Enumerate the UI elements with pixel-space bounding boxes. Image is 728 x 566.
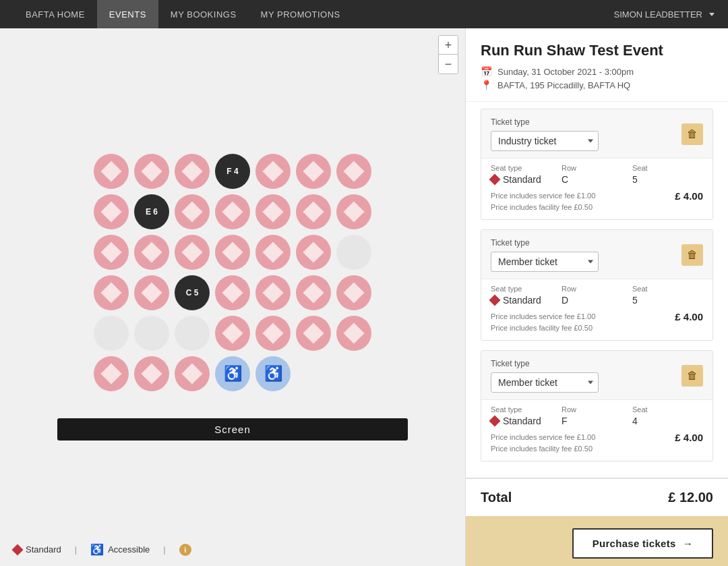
event-date-row: 📅 Sunday, 31 October 2021 - 3:00pm <box>481 66 713 77</box>
seat-b5[interactable] <box>255 316 291 351</box>
ticket-1-delete-button[interactable]: 🗑 <box>681 123 703 145</box>
seat-e7[interactable] <box>336 194 371 229</box>
seat-f6[interactable] <box>296 154 331 189</box>
seat-c5-selected[interactable]: C 5 <box>175 275 210 310</box>
ticket-3-delete-button[interactable]: 🗑 <box>681 365 703 387</box>
seat-b2-empty <box>134 316 169 351</box>
seat-b6[interactable] <box>296 316 331 351</box>
seat-e5[interactable] <box>255 194 291 229</box>
ticket-2-type-select[interactable]: Industry ticket Member ticket Standard t… <box>491 252 599 272</box>
zoom-in-button[interactable]: + <box>439 36 458 55</box>
nav-events[interactable]: EVENTS <box>97 0 158 28</box>
ticket-3-header: Ticket type Industry ticket Member ticke… <box>481 351 712 399</box>
seat-e6b[interactable] <box>296 194 331 229</box>
ticket-1-type-select[interactable]: Industry ticket Member ticket Standard t… <box>491 131 599 151</box>
location-icon: 📍 <box>481 80 492 90</box>
seat-row-e: E 6 <box>94 194 371 229</box>
ticket-card-3: Ticket type Industry ticket Member ticke… <box>481 350 713 461</box>
seat-c2[interactable] <box>134 275 169 310</box>
ticket-2-seat-type-col: Seat type Standard <box>491 285 562 306</box>
ticket-2-seat-label: Seat <box>632 285 703 293</box>
ticket-1-seat-label: Seat <box>632 164 703 172</box>
seat-d3[interactable] <box>175 235 210 270</box>
ticket-1-price: £ 4.00 <box>675 190 703 202</box>
seat-d2[interactable] <box>134 235 169 270</box>
ticket-card-1: Ticket type Industry ticket Member ticke… <box>481 109 713 220</box>
legend-accessible-label: Accessible <box>108 544 150 555</box>
legend-standard: Standard <box>13 544 61 555</box>
ticket-3-type-select[interactable]: Industry ticket Member ticket Standard t… <box>491 372 599 393</box>
seat-f4-selected[interactable]: F 4 <box>215 154 250 189</box>
ticket-2-price: £ 4.00 <box>675 311 703 322</box>
seat-e3[interactable] <box>175 194 210 229</box>
ticket-2-details-row: Seat type Standard Row D Seat <box>491 285 703 306</box>
seat-f2[interactable] <box>134 154 169 189</box>
seat-b7[interactable] <box>336 316 371 351</box>
seat-d4[interactable] <box>215 235 250 270</box>
legend: Standard | ♿ Accessible | i <box>13 543 191 556</box>
ticket-2-seat-value: 5 <box>632 295 703 306</box>
event-venue: BAFTA, 195 Piccadilly, BAFTA HQ <box>497 80 630 90</box>
legend-accessible: ♿ Accessible <box>90 543 150 556</box>
ticket-1-seat-type-label: Seat type <box>491 164 562 172</box>
seat-c5b[interactable] <box>255 275 291 310</box>
ticket-3-price-notes: Price includes service fee £1.00 Price i… <box>491 432 595 454</box>
seat-d1[interactable] <box>94 235 129 270</box>
chevron-down-icon <box>709 13 715 16</box>
ticket-2-seat-type-value: Standard <box>491 295 562 306</box>
seat-a2[interactable] <box>134 356 169 391</box>
info-icon[interactable]: i <box>179 544 191 556</box>
seat-e4[interactable] <box>215 194 250 229</box>
seat-type-diamond-icon-3 <box>489 416 501 427</box>
zoom-out-button[interactable]: − <box>439 55 458 74</box>
ticket-2-row-value: D <box>562 295 632 306</box>
seat-c1[interactable] <box>94 275 129 310</box>
seat-e6-selected[interactable]: E 6 <box>134 194 169 229</box>
ticket-3-price: £ 4.00 <box>675 432 703 443</box>
ticket-2-price-row: Price includes service fee £1.00 Price i… <box>491 311 703 333</box>
legend-separator: | <box>75 544 77 555</box>
right-panel: Run Run Shaw Test Event 📅 Sunday, 31 Oct… <box>465 28 728 566</box>
ticket-2-price-notes: Price includes service fee £1.00 Price i… <box>491 311 595 333</box>
seat-d6[interactable] <box>296 235 331 270</box>
seat-c6[interactable] <box>296 275 331 310</box>
ticket-2-row-col: Row D <box>562 285 632 306</box>
ticket-3-row-label: Row <box>562 405 632 414</box>
seat-e1[interactable] <box>94 194 129 229</box>
seat-b4[interactable] <box>215 316 250 351</box>
ticket-2-delete-button[interactable]: 🗑 <box>681 244 703 266</box>
ticket-3-select-wrapper: Industry ticket Member ticket Standard t… <box>491 372 599 393</box>
event-venue-row: 📍 BAFTA, 195 Piccadilly, BAFTA HQ <box>481 80 713 90</box>
nav-my-promotions[interactable]: MY PROMOTIONS <box>249 0 353 28</box>
standard-diamond-icon <box>12 544 24 555</box>
seat-d5[interactable] <box>255 235 291 270</box>
purchase-arrow-icon: → <box>683 538 693 549</box>
seat-f3[interactable] <box>175 154 210 189</box>
seat-c4[interactable] <box>215 275 250 310</box>
nav-bafta-home[interactable]: BAFTA HOME <box>13 0 97 28</box>
accessible-icon: ♿ <box>90 543 104 556</box>
seat-accessible-1[interactable]: ♿ <box>215 356 250 391</box>
seat-b1-empty <box>94 316 129 351</box>
purchase-area: Purchase tickets → <box>466 516 728 566</box>
legend-separator2: | <box>163 544 165 555</box>
ticket-3-details: Seat type Standard Row F Seat <box>481 399 712 461</box>
ticket-3-seat-type-col: Seat type Standard <box>491 405 562 426</box>
seat-a3[interactable] <box>175 356 210 391</box>
seat-row-d <box>94 235 371 270</box>
nav-left: BAFTA HOME EVENTS MY BOOKINGS MY PROMOTI… <box>13 0 614 28</box>
seat-a1[interactable] <box>94 356 129 391</box>
seat-grid: F 4 E 6 <box>94 154 371 391</box>
event-meta: 📅 Sunday, 31 October 2021 - 3:00pm 📍 BAF… <box>481 66 713 90</box>
ticket-2-seat-col: Seat 5 <box>632 285 703 306</box>
seat-accessible-2[interactable]: ♿ <box>255 356 291 391</box>
seat-f1[interactable] <box>94 154 129 189</box>
seat-f5[interactable] <box>255 154 291 189</box>
purchase-tickets-button[interactable]: Purchase tickets → <box>572 528 713 559</box>
nav-my-bookings[interactable]: MY BOOKINGS <box>158 0 249 28</box>
seat-c7[interactable] <box>336 275 371 310</box>
user-menu[interactable]: SIMON LEADBETTER <box>614 9 715 20</box>
calendar-icon: 📅 <box>481 66 492 77</box>
event-date: Sunday, 31 October 2021 - 3:00pm <box>497 67 634 77</box>
seat-f7[interactable] <box>336 154 371 189</box>
